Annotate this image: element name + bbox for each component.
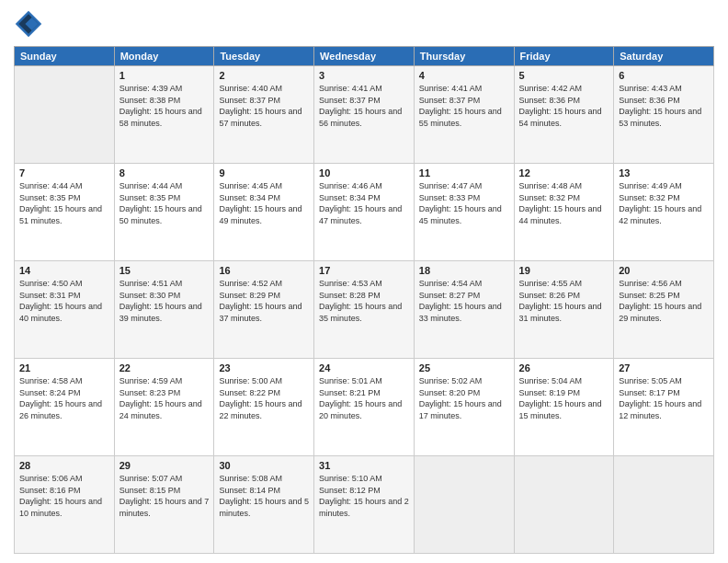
day-info: Sunrise: 4:52 AMSunset: 8:29 PMDaylight:… xyxy=(219,278,309,324)
day-number: 9 xyxy=(219,167,309,178)
day-info: Sunrise: 5:02 AMSunset: 8:20 PMDaylight:… xyxy=(419,375,509,421)
calendar-cell: 24Sunrise: 5:01 AMSunset: 8:21 PMDayligh… xyxy=(314,359,415,456)
day-number: 19 xyxy=(519,265,609,276)
day-number: 10 xyxy=(319,167,409,178)
calendar-cell: 27Sunrise: 5:05 AMSunset: 8:17 PMDayligh… xyxy=(614,359,714,456)
calendar-cell: 29Sunrise: 5:07 AMSunset: 8:15 PMDayligh… xyxy=(114,456,214,554)
week-row-2: 7Sunrise: 4:44 AMSunset: 8:35 PMDaylight… xyxy=(15,164,714,261)
calendar-cell: 5Sunrise: 4:42 AMSunset: 8:36 PMDaylight… xyxy=(514,66,614,164)
calendar-cell xyxy=(614,456,714,554)
day-info: Sunrise: 4:54 AMSunset: 8:27 PMDaylight:… xyxy=(419,278,509,324)
day-number: 29 xyxy=(119,460,210,471)
day-info: Sunrise: 5:01 AMSunset: 8:21 PMDaylight:… xyxy=(319,375,409,421)
day-info: Sunrise: 4:50 AMSunset: 8:31 PMDaylight:… xyxy=(19,278,109,324)
day-number: 18 xyxy=(419,265,509,276)
day-info: Sunrise: 4:40 AMSunset: 8:37 PMDaylight:… xyxy=(219,83,309,129)
page: SundayMondayTuesdayWednesdayThursdayFrid… xyxy=(0,0,728,563)
day-number: 15 xyxy=(119,265,210,276)
calendar-cell: 21Sunrise: 4:58 AMSunset: 8:24 PMDayligh… xyxy=(15,359,115,456)
calendar-cell: 20Sunrise: 4:56 AMSunset: 8:25 PMDayligh… xyxy=(614,261,714,359)
logo-icon xyxy=(14,9,43,39)
weekday-tuesday: Tuesday xyxy=(214,47,314,66)
calendar-cell xyxy=(514,456,614,554)
day-number: 8 xyxy=(119,167,210,178)
calendar-cell: 4Sunrise: 4:41 AMSunset: 8:37 PMDaylight… xyxy=(414,66,514,164)
calendar-cell: 10Sunrise: 4:46 AMSunset: 8:34 PMDayligh… xyxy=(314,164,415,261)
week-row-1: 1Sunrise: 4:39 AMSunset: 8:38 PMDaylight… xyxy=(15,66,714,164)
day-info: Sunrise: 4:41 AMSunset: 8:37 PMDaylight:… xyxy=(419,83,509,129)
day-number: 24 xyxy=(319,362,409,373)
calendar-cell: 7Sunrise: 4:44 AMSunset: 8:35 PMDaylight… xyxy=(15,164,115,261)
calendar-cell: 11Sunrise: 4:47 AMSunset: 8:33 PMDayligh… xyxy=(414,164,514,261)
calendar-body: 1Sunrise: 4:39 AMSunset: 8:38 PMDaylight… xyxy=(15,66,714,554)
calendar-cell: 17Sunrise: 4:53 AMSunset: 8:28 PMDayligh… xyxy=(314,261,415,359)
calendar-cell: 12Sunrise: 4:48 AMSunset: 8:32 PMDayligh… xyxy=(514,164,614,261)
weekday-sunday: Sunday xyxy=(15,47,115,66)
day-info: Sunrise: 5:10 AMSunset: 8:12 PMDaylight:… xyxy=(319,473,409,519)
day-number: 5 xyxy=(519,70,609,81)
day-info: Sunrise: 4:56 AMSunset: 8:25 PMDaylight:… xyxy=(619,278,709,324)
day-info: Sunrise: 4:59 AMSunset: 8:23 PMDaylight:… xyxy=(119,375,210,421)
calendar-cell: 30Sunrise: 5:08 AMSunset: 8:14 PMDayligh… xyxy=(214,456,314,554)
day-number: 20 xyxy=(619,265,709,276)
day-info: Sunrise: 5:06 AMSunset: 8:16 PMDaylight:… xyxy=(19,473,109,519)
day-number: 13 xyxy=(619,167,709,178)
day-number: 4 xyxy=(419,70,509,81)
day-info: Sunrise: 4:55 AMSunset: 8:26 PMDaylight:… xyxy=(519,278,609,324)
header xyxy=(14,9,714,39)
calendar-cell: 2Sunrise: 4:40 AMSunset: 8:37 PMDaylight… xyxy=(214,66,314,164)
day-number: 30 xyxy=(219,460,309,471)
day-number: 23 xyxy=(219,362,309,373)
day-number: 25 xyxy=(419,362,509,373)
day-info: Sunrise: 4:53 AMSunset: 8:28 PMDaylight:… xyxy=(319,278,409,324)
calendar-cell: 16Sunrise: 4:52 AMSunset: 8:29 PMDayligh… xyxy=(214,261,314,359)
day-number: 22 xyxy=(119,362,210,373)
day-info: Sunrise: 4:45 AMSunset: 8:34 PMDaylight:… xyxy=(219,180,309,226)
calendar-cell xyxy=(414,456,514,554)
day-number: 3 xyxy=(319,70,409,81)
calendar-cell: 18Sunrise: 4:54 AMSunset: 8:27 PMDayligh… xyxy=(414,261,514,359)
day-info: Sunrise: 4:46 AMSunset: 8:34 PMDaylight:… xyxy=(319,180,409,226)
calendar: SundayMondayTuesdayWednesdayThursdayFrid… xyxy=(14,46,714,554)
week-row-4: 21Sunrise: 4:58 AMSunset: 8:24 PMDayligh… xyxy=(15,359,714,456)
calendar-cell: 3Sunrise: 4:41 AMSunset: 8:37 PMDaylight… xyxy=(314,66,415,164)
day-info: Sunrise: 4:49 AMSunset: 8:32 PMDaylight:… xyxy=(619,180,709,226)
week-row-5: 28Sunrise: 5:06 AMSunset: 8:16 PMDayligh… xyxy=(15,456,714,554)
day-number: 7 xyxy=(19,167,109,178)
day-info: Sunrise: 4:47 AMSunset: 8:33 PMDaylight:… xyxy=(419,180,509,226)
day-number: 14 xyxy=(19,265,109,276)
calendar-cell: 31Sunrise: 5:10 AMSunset: 8:12 PMDayligh… xyxy=(314,456,415,554)
calendar-cell: 6Sunrise: 4:43 AMSunset: 8:36 PMDaylight… xyxy=(614,66,714,164)
week-row-3: 14Sunrise: 4:50 AMSunset: 8:31 PMDayligh… xyxy=(15,261,714,359)
day-number: 11 xyxy=(419,167,509,178)
day-info: Sunrise: 5:07 AMSunset: 8:15 PMDaylight:… xyxy=(119,473,210,519)
logo xyxy=(14,9,47,39)
day-number: 12 xyxy=(519,167,609,178)
day-info: Sunrise: 4:41 AMSunset: 8:37 PMDaylight:… xyxy=(319,83,409,129)
day-number: 1 xyxy=(119,70,210,81)
day-info: Sunrise: 5:08 AMSunset: 8:14 PMDaylight:… xyxy=(219,473,309,519)
calendar-table: SundayMondayTuesdayWednesdayThursdayFrid… xyxy=(14,46,714,554)
day-number: 2 xyxy=(219,70,309,81)
weekday-friday: Friday xyxy=(514,47,614,66)
day-info: Sunrise: 4:48 AMSunset: 8:32 PMDaylight:… xyxy=(519,180,609,226)
weekday-wednesday: Wednesday xyxy=(314,47,415,66)
calendar-cell: 22Sunrise: 4:59 AMSunset: 8:23 PMDayligh… xyxy=(114,359,214,456)
day-info: Sunrise: 4:43 AMSunset: 8:36 PMDaylight:… xyxy=(619,83,709,129)
calendar-cell: 1Sunrise: 4:39 AMSunset: 8:38 PMDaylight… xyxy=(114,66,214,164)
day-number: 26 xyxy=(519,362,609,373)
calendar-cell: 25Sunrise: 5:02 AMSunset: 8:20 PMDayligh… xyxy=(414,359,514,456)
day-info: Sunrise: 4:44 AMSunset: 8:35 PMDaylight:… xyxy=(119,180,210,226)
day-info: Sunrise: 4:39 AMSunset: 8:38 PMDaylight:… xyxy=(119,83,210,129)
calendar-cell: 8Sunrise: 4:44 AMSunset: 8:35 PMDaylight… xyxy=(114,164,214,261)
calendar-cell: 15Sunrise: 4:51 AMSunset: 8:30 PMDayligh… xyxy=(114,261,214,359)
day-number: 17 xyxy=(319,265,409,276)
day-info: Sunrise: 5:04 AMSunset: 8:19 PMDaylight:… xyxy=(519,375,609,421)
day-number: 28 xyxy=(19,460,109,471)
day-info: Sunrise: 4:51 AMSunset: 8:30 PMDaylight:… xyxy=(119,278,210,324)
weekday-header-row: SundayMondayTuesdayWednesdayThursdayFrid… xyxy=(15,47,714,66)
calendar-cell: 9Sunrise: 4:45 AMSunset: 8:34 PMDaylight… xyxy=(214,164,314,261)
calendar-cell: 19Sunrise: 4:55 AMSunset: 8:26 PMDayligh… xyxy=(514,261,614,359)
weekday-thursday: Thursday xyxy=(414,47,514,66)
calendar-cell xyxy=(15,66,115,164)
